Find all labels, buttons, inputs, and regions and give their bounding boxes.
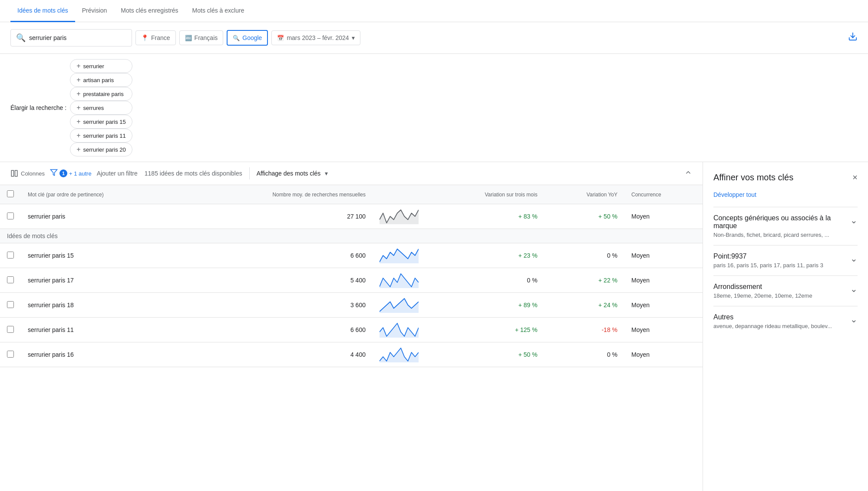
competition-cell: Moyen (624, 293, 703, 318)
refine-sections: Concepts génériques ou associés à la mar… (713, 207, 858, 336)
row-checkbox[interactable] (7, 351, 14, 358)
table-header-row: Mot clé (par ordre de pertinence) Nombre… (0, 185, 703, 204)
row-checkbox[interactable] (7, 212, 14, 219)
chevron-down-icon: ⌄ (850, 253, 858, 264)
table-row: serrurier paris 11 6 600 + 125 % -18 % M… (0, 318, 703, 342)
tabs-bar: Idées de mots clés Prévision Mots clés e… (0, 0, 868, 22)
tab-prevision[interactable]: Prévision (75, 0, 114, 22)
right-panel: Affiner vos mots clés × Développer tout … (703, 162, 868, 491)
searches-cell: 27 100 (181, 204, 373, 229)
chevron-down-icon: ⌄ (850, 284, 858, 294)
three-month-cell: 0 % (426, 268, 545, 293)
row-checkbox[interactable] (7, 276, 14, 283)
suggestion-chips: +serrurier+artisan paris+prestataire par… (70, 59, 132, 156)
three-month-cell: + 23 % (426, 243, 545, 268)
competition-cell: Moyen (624, 342, 703, 367)
row-checkbox[interactable] (7, 301, 14, 308)
chevron-down-icon: ⌄ (850, 314, 858, 325)
main-layout: Colonnes 1 + 1 autre Ajouter un filtre 1… (0, 162, 868, 491)
suggest-chip[interactable]: +serrurier paris 20 (70, 143, 132, 156)
network-icon: 🔍 (233, 35, 240, 41)
columns-label: Colonnes (21, 170, 45, 177)
sparkline-cell (373, 204, 426, 229)
keywords-table: Mot clé (par ordre de pertinence) Nombre… (0, 185, 703, 367)
row-checkbox-cell (0, 268, 21, 293)
sparkline-cell (373, 293, 426, 318)
refine-section-header[interactable]: Arrondissement 18eme, 19eme, 20eme, 10em… (713, 283, 858, 299)
download-button[interactable] (848, 32, 858, 44)
keyword-cell: serrurier paris 15 (21, 243, 181, 268)
refine-section-title: Autres (713, 313, 832, 321)
search-box[interactable]: 🔍 (10, 29, 132, 46)
refine-section-header[interactable]: Autres avenue, depannage rideau metalliq… (713, 313, 858, 329)
tab-ideas[interactable]: Idées de mots clés (10, 0, 75, 22)
table-row: serrurier paris 18 3 600 + 89 % + 24 % M… (0, 293, 703, 318)
refine-section-3: Autres avenue, depannage rideau metalliq… (713, 306, 858, 336)
filter-count-badge: 1 (59, 169, 67, 177)
plus-icon: + (76, 90, 80, 98)
suggest-chip[interactable]: +serrurier paris 11 (70, 129, 132, 143)
tab-excluded[interactable]: Mots clés à exclure (185, 0, 251, 22)
right-panel-header: Affiner vos mots clés × (713, 173, 858, 182)
location-label: France (151, 34, 170, 41)
suggest-chip[interactable]: +serrurier paris 15 (70, 115, 132, 129)
table-row: serrurier paris 17 5 400 0 % + 22 % Moye… (0, 268, 703, 293)
columns-button[interactable]: Colonnes (10, 169, 45, 177)
add-filter-button[interactable]: Ajouter un filtre (97, 170, 138, 177)
searches-cell: 6 600 (181, 243, 373, 268)
col-header-three-month: Variation sur trois mois (426, 185, 545, 204)
date-range-label: mars 2023 – févr. 2024 (287, 34, 349, 41)
location-filter[interactable]: 📍 France (135, 30, 176, 45)
chevron-down-icon: ▾ (352, 34, 355, 41)
refine-section-subtitle: Non-Brands, fichet, bricard, picard serr… (713, 232, 850, 238)
plus-icon: + (76, 146, 80, 153)
svg-rect-1 (11, 170, 13, 176)
three-month-cell: + 89 % (426, 293, 545, 318)
suggest-chip[interactable]: +artisan paris (70, 73, 132, 87)
yoy-cell: 0 % (545, 243, 624, 268)
refine-section-subtitle: 18eme, 19eme, 20eme, 10eme, 12eme (713, 292, 812, 299)
refine-section-title: Concepts génériques ou associés à la mar… (713, 214, 850, 230)
refine-section-header[interactable]: Concepts génériques ou associés à la mar… (713, 214, 858, 238)
language-icon: 🔤 (185, 35, 192, 41)
search-input[interactable] (29, 34, 116, 41)
searches-cell: 3 600 (181, 293, 373, 318)
competition-cell: Moyen (624, 268, 703, 293)
yoy-cell: 0 % (545, 342, 624, 367)
close-panel-button[interactable]: × (852, 173, 858, 182)
row-checkbox-cell (0, 204, 21, 229)
table-body: serrurier paris 27 100 + 83 % + 50 % Moy… (0, 204, 703, 367)
keyword-cell: serrurier paris (21, 204, 181, 229)
collapse-button[interactable] (684, 169, 692, 179)
checkbox-header (0, 185, 21, 204)
refine-section-subtitle: avenue, depannage rideau metallique, bou… (713, 323, 832, 329)
row-checkbox[interactable] (7, 252, 14, 259)
row-checkbox-cell (0, 293, 21, 318)
display-mode-button[interactable]: Affichage des mots clés ▾ (257, 170, 328, 177)
suggestions-area: Élargir la recherche : +serrurier+artisa… (0, 54, 868, 162)
toolbar-divider (249, 167, 250, 179)
network-filter[interactable]: 🔍 Google (227, 30, 268, 46)
yoy-cell: + 24 % (545, 293, 624, 318)
row-checkbox[interactable] (7, 326, 14, 333)
plus-icon: + (76, 104, 80, 112)
keyword-cell: serrurier paris 17 (21, 268, 181, 293)
refine-section-header[interactable]: Point:9937 paris 16, paris 15, paris 17,… (713, 252, 858, 269)
suggest-chip[interactable]: +prestataire paris (70, 87, 132, 101)
language-filter[interactable]: 🔤 Français (179, 30, 224, 45)
table-row: serrurier paris 15 6 600 + 23 % 0 % Moye… (0, 243, 703, 268)
date-filter[interactable]: 📅 mars 2023 – févr. 2024 ▾ (271, 30, 360, 45)
filter-link[interactable]: + 1 autre (69, 170, 92, 177)
refine-section-title: Point:9937 (713, 252, 823, 260)
chevron-down-icon: ⌄ (850, 215, 858, 226)
tab-saved[interactable]: Mots clés enregistrés (114, 0, 185, 22)
suggest-chip[interactable]: +serrures (70, 101, 132, 115)
filter-badge-container: 1 + 1 autre (50, 169, 92, 178)
refine-section-subtitle: paris 16, paris 15, paris 17, paris 11, … (713, 262, 823, 269)
select-all-checkbox[interactable] (7, 190, 14, 197)
refine-section-0: Concepts génériques ou associés à la mar… (713, 207, 858, 245)
col-header-keyword: Mot clé (par ordre de pertinence) (21, 185, 181, 204)
expand-all-button[interactable]: Développer tout (713, 191, 858, 198)
sparkline-cell (373, 243, 426, 268)
suggest-chip[interactable]: +serrurier (70, 59, 132, 73)
